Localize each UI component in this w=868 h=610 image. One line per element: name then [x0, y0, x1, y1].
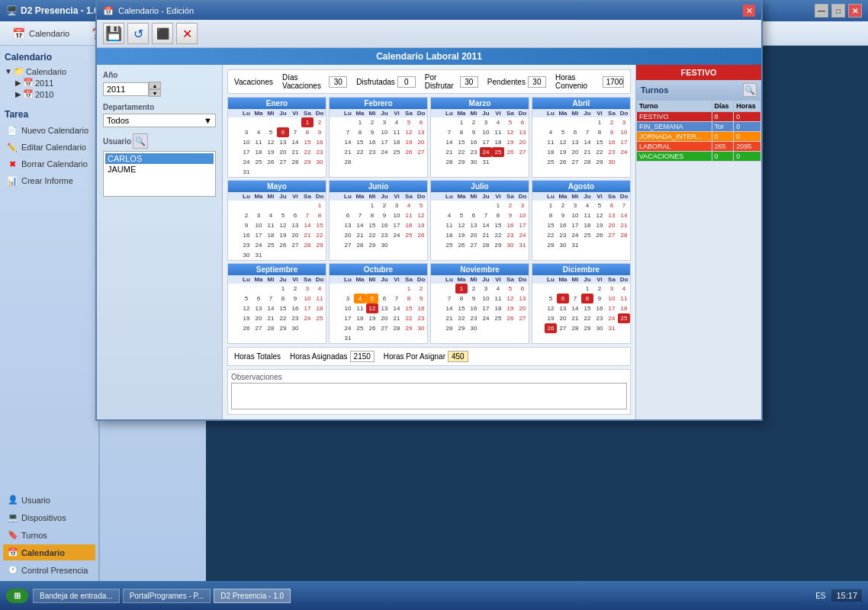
cal-day-2-2-5[interactable]: 18	[492, 137, 504, 147]
cal-day-4-2-5[interactable]: 13	[289, 220, 301, 230]
cal-day-4-2-6[interactable]: 14	[301, 220, 313, 230]
cal-day-1-1-3[interactable]: 9	[366, 127, 378, 137]
cal-day-1-0-7[interactable]: 6	[415, 117, 427, 127]
cal-day-1-1-1[interactable]: 7	[342, 127, 354, 137]
cal-day-0-0-6[interactable]: 1	[301, 117, 313, 127]
cal-day-0-4-6[interactable]: 29	[301, 157, 313, 167]
cal-day-2-0-5[interactable]: 4	[492, 117, 504, 127]
cal-day-10-0-5[interactable]: 4	[492, 284, 504, 294]
cal-day-4-2-3[interactable]: 11	[265, 220, 277, 230]
cal-day-2-4-4[interactable]: 31	[480, 157, 492, 167]
cal-day-0-4-5[interactable]: 28	[289, 157, 301, 167]
cal-day-8-4-2[interactable]: 27	[252, 323, 265, 333]
cal-day-3-3-3[interactable]: 20	[569, 147, 581, 157]
cal-day-9-2-5[interactable]: 14	[391, 303, 403, 313]
cal-day-9-3-3[interactable]: 19	[366, 313, 378, 323]
cal-day-10-3-5[interactable]: 25	[492, 313, 504, 323]
cal-day-1-0-5[interactable]: 4	[391, 117, 403, 127]
cal-day-4-3-1[interactable]: 16	[240, 230, 252, 240]
cal-day-8-3-1[interactable]: 19	[240, 313, 252, 323]
cal-day-9-1-5[interactable]: 7	[391, 294, 403, 303]
cal-day-3-2-2[interactable]: 12	[557, 137, 569, 147]
cal-day-7-4-3[interactable]: 31	[569, 240, 581, 250]
cal-day-1-2-3[interactable]: 16	[366, 137, 378, 147]
cal-day-3-2-4[interactable]: 14	[581, 137, 593, 147]
cal-day-10-0-2[interactable]: 1	[455, 284, 468, 294]
cal-day-11-1-1[interactable]: 5	[545, 294, 557, 303]
cal-day-3-2-3[interactable]: 13	[569, 137, 581, 147]
cal-day-5-1-6[interactable]: 11	[403, 210, 415, 220]
cal-day-11-3-5[interactable]: 23	[593, 313, 606, 323]
cal-day-5-1-5[interactable]: 10	[391, 210, 403, 220]
cal-day-9-3-5[interactable]: 21	[391, 313, 403, 323]
cal-day-9-2-3[interactable]: 12	[366, 303, 378, 313]
cal-day-2-3-5[interactable]: 25	[492, 147, 504, 157]
cal-day-2-1-7[interactable]: 13	[516, 127, 529, 137]
cal-day-7-2-3[interactable]: 17	[569, 220, 581, 230]
cal-day-7-1-1[interactable]: 8	[545, 210, 557, 220]
cal-day-8-0-7[interactable]: 4	[313, 284, 326, 294]
cal-day-1-3-2[interactable]: 22	[354, 147, 366, 157]
cal-day-3-2-7[interactable]: 17	[618, 137, 630, 147]
cal-day-5-4-4[interactable]: 30	[378, 240, 391, 250]
cal-day-2-0-4[interactable]: 3	[480, 117, 492, 127]
cal-day-10-0-3[interactable]: 2	[468, 284, 480, 294]
cal-day-6-1-4[interactable]: 7	[480, 210, 492, 220]
cal-day-9-4-3[interactable]: 26	[366, 323, 378, 333]
cal-day-4-1-2[interactable]: 3	[252, 210, 265, 220]
cal-day-4-3-3[interactable]: 18	[265, 230, 277, 240]
cal-day-3-2-5[interactable]: 15	[593, 137, 606, 147]
cal-day-11-0-4[interactable]: 1	[581, 284, 593, 294]
cal-day-0-4-4[interactable]: 27	[277, 157, 289, 167]
cal-day-8-2-1[interactable]: 12	[240, 303, 252, 313]
cal-day-11-1-5[interactable]: 9	[593, 294, 606, 303]
cal-day-7-2-2[interactable]: 16	[557, 220, 569, 230]
cal-day-6-4-5[interactable]: 29	[492, 240, 504, 250]
cal-day-3-0-7[interactable]: 3	[618, 117, 630, 127]
cal-day-2-3-3[interactable]: 23	[468, 147, 480, 157]
cal-day-7-1-2[interactable]: 9	[557, 210, 569, 220]
ano-input[interactable]	[103, 82, 149, 96]
cal-day-3-3-4[interactable]: 21	[581, 147, 593, 157]
turno-row-4[interactable]: VACACIONES00	[637, 152, 761, 162]
cal-day-2-4-1[interactable]: 28	[443, 157, 455, 167]
cal-day-3-3-6[interactable]: 23	[606, 147, 618, 157]
cal-day-5-1-2[interactable]: 7	[354, 210, 366, 220]
cal-day-5-0-3[interactable]: 1	[366, 201, 378, 210]
user-carlos[interactable]: CARLOS	[105, 153, 214, 164]
cal-day-7-1-7[interactable]: 14	[618, 210, 630, 220]
nav-usuario[interactable]: 👤 Usuario	[3, 492, 95, 508]
cal-day-0-1-3[interactable]: 5	[265, 127, 277, 137]
cal-day-0-3-5[interactable]: 21	[289, 147, 301, 157]
cal-day-6-2-6[interactable]: 16	[504, 220, 516, 230]
cal-day-5-3-3[interactable]: 22	[366, 230, 378, 240]
cal-day-3-3-1[interactable]: 18	[545, 147, 557, 157]
cal-day-3-1-5[interactable]: 8	[593, 127, 606, 137]
cal-day-10-3-3[interactable]: 23	[468, 313, 480, 323]
cal-day-6-3-2[interactable]: 19	[455, 230, 468, 240]
cal-day-3-0-6[interactable]: 2	[606, 117, 618, 127]
cal-day-4-1-7[interactable]: 8	[313, 210, 326, 220]
cal-day-5-1-7[interactable]: 12	[415, 210, 427, 220]
cal-day-0-4-3[interactable]: 26	[265, 157, 277, 167]
cal-day-1-2-6[interactable]: 19	[403, 137, 415, 147]
cal-day-7-2-1[interactable]: 15	[545, 220, 557, 230]
cal-day-2-3-2[interactable]: 22	[455, 147, 468, 157]
cal-day-11-2-1[interactable]: 12	[545, 303, 557, 313]
cal-day-10-3-2[interactable]: 22	[455, 313, 468, 323]
cal-day-5-2-6[interactable]: 18	[403, 220, 415, 230]
cal-day-3-1-1[interactable]: 4	[545, 127, 557, 137]
cal-day-9-3-1[interactable]: 17	[342, 313, 354, 323]
cal-day-11-1-6[interactable]: 10	[606, 294, 618, 303]
menu-calendario[interactable]: 📅 Calendario	[6, 24, 74, 43]
cal-day-8-3-5[interactable]: 23	[289, 313, 301, 323]
cal-day-11-1-2[interactable]: 6	[557, 294, 569, 303]
cal-day-8-3-7[interactable]: 25	[313, 313, 326, 323]
cal-day-6-0-5[interactable]: 1	[492, 201, 504, 210]
cal-day-1-2-5[interactable]: 18	[391, 137, 403, 147]
cal-day-2-0-3[interactable]: 2	[468, 117, 480, 127]
cal-day-9-1-3[interactable]: 5	[366, 294, 378, 303]
ano-up-btn[interactable]: ▲	[149, 82, 161, 89]
cal-day-3-1-6[interactable]: 9	[606, 127, 618, 137]
cal-day-8-1-4[interactable]: 8	[277, 294, 289, 303]
